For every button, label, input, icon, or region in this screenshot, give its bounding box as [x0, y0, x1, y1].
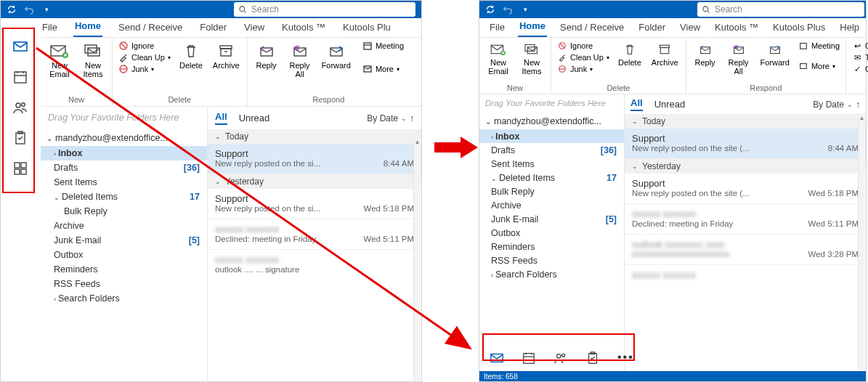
chevron-right-icon: › [491, 272, 493, 279]
forward-button[interactable]: Forward [758, 41, 792, 68]
reply-all-button[interactable]: Reply All [724, 41, 753, 77]
tab-file[interactable]: File [41, 19, 59, 37]
filter-all[interactable]: All [630, 97, 643, 111]
tab-kutools[interactable]: Kutools ™ [713, 19, 760, 37]
folder-rss[interactable]: RSS Feeds [41, 277, 207, 291]
new-email-button[interactable]: New Email [484, 41, 513, 77]
new-items-button[interactable]: New Items [78, 41, 108, 80]
tab-send-receive[interactable]: Send / Receive [117, 19, 184, 37]
filter-all[interactable]: All [215, 111, 227, 125]
tab-folder[interactable]: Folder [198, 19, 228, 37]
quickstep-create-new[interactable]: ✓Create N [851, 64, 868, 74]
message-item[interactable]: Support New reply posted on the site (..… [625, 174, 866, 204]
search-box[interactable]: Search [697, 2, 864, 17]
folder-reminders[interactable]: Reminders [479, 240, 624, 253]
forward-button[interactable]: Forward [319, 41, 354, 71]
folder-archive[interactable]: Archive [479, 198, 624, 212]
folder-archive[interactable]: Archive [41, 219, 207, 233]
tab-view[interactable]: View [243, 19, 266, 37]
sort-by-date[interactable]: By Date ⌄ ↑ [367, 113, 414, 123]
folder-bulk-reply[interactable]: Bulk Reply [479, 184, 624, 198]
folder-search-folders[interactable]: ›Search Folders [41, 291, 207, 306]
more-button[interactable]: More▾ [797, 61, 841, 71]
junk-button[interactable]: Junk ▾ [117, 64, 172, 74]
account-node[interactable]: ⌄mandyzhou@extendoffice.... [41, 130, 207, 146]
ignore-button[interactable]: Ignore [556, 41, 611, 51]
quickstep-quick-email[interactable]: ↩Quick Em [851, 41, 868, 51]
folder-bulk-reply[interactable]: Bulk Reply [41, 204, 207, 219]
reply-button[interactable]: Reply [691, 41, 720, 68]
new-email-button[interactable]: New Email [45, 41, 74, 80]
folder-outbox[interactable]: Outbox [479, 226, 624, 240]
tab-kutools[interactable]: Kutools ™ [280, 19, 327, 37]
message-item[interactable]: xxxxxx xxxxxxx outlook .... ... signatur… [208, 250, 421, 280]
delete-button[interactable]: Delete [615, 41, 644, 68]
folder-drafts[interactable]: Drafts[36] [41, 160, 207, 175]
scrollbar[interactable]: ▲ [858, 113, 865, 370]
folder-deleted[interactable]: ⌄Deleted Items17 [479, 171, 624, 184]
favorites-drop-hint[interactable]: Drag Your Favorite Folders Here [479, 94, 624, 113]
meeting-button[interactable]: Meeting [797, 41, 841, 51]
message-item[interactable]: Support New reply posted on the si...Wed… [208, 189, 421, 219]
tab-kutools-plus[interactable]: Kutools Plu [341, 19, 392, 37]
tab-folder[interactable]: Folder [637, 19, 667, 37]
tab-help[interactable]: Help [838, 19, 861, 37]
folder-junk[interactable]: Junk E-mail[5] [41, 233, 207, 248]
group-today[interactable]: ⌄Today [625, 114, 866, 129]
folder-inbox[interactable]: ›Inbox [41, 146, 207, 160]
folder-outbox[interactable]: Outbox [41, 248, 207, 262]
folder-drafts[interactable]: Drafts[36] [479, 143, 624, 157]
message-item[interactable]: Support New reply posted on the si...8:4… [208, 144, 421, 174]
tab-home[interactable]: Home [518, 17, 547, 37]
scrollbar[interactable]: ▲ [413, 137, 421, 381]
meeting-button[interactable]: Meeting [361, 41, 405, 51]
undo-icon[interactable] [503, 4, 513, 15]
tab-file[interactable]: File [488, 19, 506, 37]
folder-sent[interactable]: Sent Items [41, 175, 207, 190]
tab-send-receive[interactable]: Send / Receive [559, 19, 625, 37]
sync-icon[interactable] [485, 4, 495, 15]
quickstep-team-email[interactable]: ✉Team Em [851, 52, 868, 62]
group-today[interactable]: ⌄Today [208, 129, 421, 144]
folder-deleted[interactable]: ⌄Deleted Items17 [41, 190, 207, 204]
reply-all-button[interactable]: Reply All [285, 41, 315, 80]
folder-inbox[interactable]: ›Inbox [479, 129, 624, 143]
folder-label: Outbox [54, 250, 83, 260]
folder-junk[interactable]: Junk E-mail[5] [479, 212, 624, 226]
group-yesterday[interactable]: ⌄Yesterday [625, 159, 866, 174]
tab-view[interactable]: View [678, 19, 702, 37]
filter-unread[interactable]: Unread [654, 99, 686, 110]
archive-button[interactable]: Archive [649, 41, 681, 68]
archive-button[interactable]: Archive [210, 41, 243, 71]
tab-kutools-plus[interactable]: Kutools Plus [771, 19, 827, 37]
sync-icon[interactable] [7, 4, 17, 15]
sort-by-date[interactable]: By Date ⌄ ↑ [813, 99, 860, 110]
cleanup-button[interactable]: Clean Up ▾ [117, 52, 172, 62]
ignore-button[interactable]: Ignore [117, 41, 172, 51]
more-button[interactable]: More ▾ [361, 64, 405, 74]
more-respond-icon [798, 61, 808, 71]
junk-button[interactable]: Junk▾ [556, 64, 611, 74]
cleanup-button[interactable]: Clean Up▾ [556, 52, 611, 62]
message-item[interactable]: Support New reply posted on the site (..… [625, 129, 866, 159]
reply-button[interactable]: Reply [252, 41, 281, 71]
favorites-drop-hint[interactable]: Drag Your Favorite Folders Here [41, 107, 207, 130]
message-item[interactable]: outlook xxxxxxxx xxxx hhhhhhhhhhhhhhhhhh… [625, 235, 866, 265]
group-yesterday[interactable]: ⌄Yesterday [208, 174, 421, 189]
qa-dropdown-icon[interactable]: ▾ [520, 4, 530, 15]
tab-home[interactable]: Home [73, 17, 102, 37]
search-box[interactable]: Search [234, 2, 415, 17]
folder-reminders[interactable]: Reminders [41, 262, 207, 277]
message-item[interactable]: xxxxxx xxxxxxx Declined: meeting in Frid… [625, 204, 866, 235]
message-item[interactable]: xxxxxx xxxxxxx [625, 265, 866, 286]
folder-rss[interactable]: RSS Feeds [479, 253, 624, 267]
qa-dropdown-icon[interactable]: ▾ [41, 4, 52, 15]
filter-unread[interactable]: Unread [239, 113, 270, 123]
undo-icon[interactable] [24, 4, 34, 15]
account-node[interactable]: ⌄mandyzhou@extendoffic... [479, 113, 624, 129]
delete-button[interactable]: Delete [177, 41, 206, 71]
new-items-button[interactable]: New Items [517, 41, 546, 77]
folder-sent[interactable]: Sent Items [479, 157, 624, 171]
folder-search-folders[interactable]: ›Search Folders [479, 267, 624, 281]
message-item[interactable]: xxxxxx xxxxxxx Declined: meeting in Frid… [208, 219, 421, 250]
